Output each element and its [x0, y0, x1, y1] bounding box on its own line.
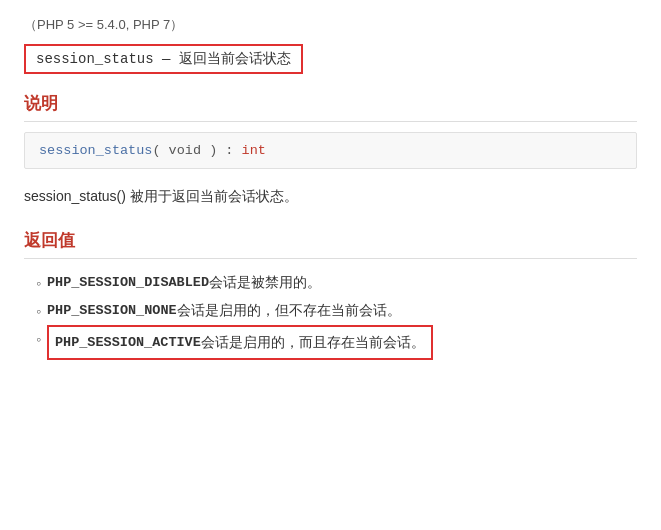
return-values-heading: 返回值 — [24, 229, 637, 259]
const-active: PHP_SESSION_ACTIVE — [55, 329, 201, 356]
list-item: PHP_SESSION_NONE 会话是启用的，但不存在当前会话。 — [34, 297, 637, 325]
function-title-box: session_status — 返回当前会话状态 — [24, 44, 303, 74]
const-none: PHP_SESSION_NONE — [47, 297, 177, 324]
desc-active: 会话是启用的，而且存在当前会话。 — [201, 329, 425, 356]
return-type: int — [242, 143, 266, 158]
func-name: session_status — [39, 143, 152, 158]
function-title: session_status — 返回当前会话状态 — [36, 51, 291, 67]
description-text: session_status() 被用于返回当前会话状态。 — [24, 185, 637, 209]
page-wrapper: （PHP 5 >= 5.4.0, PHP 7） session_status —… — [0, 0, 661, 530]
func-params: ( void ) — [152, 143, 217, 158]
desc-disabled: 会话是被禁用的。 — [209, 269, 321, 296]
const-disabled: PHP_SESSION_DISABLED — [47, 269, 209, 296]
highlight-box: PHP_SESSION_ACTIVE 会话是启用的，而且存在当前会话。 — [47, 325, 433, 360]
return-list: PHP_SESSION_DISABLED 会话是被禁用的。 PHP_SESSIO… — [24, 269, 637, 360]
description-heading: 说明 — [24, 92, 637, 122]
return-values-section: 返回值 PHP_SESSION_DISABLED 会话是被禁用的。 PHP_SE… — [24, 229, 637, 360]
desc-none: 会话是启用的，但不存在当前会话。 — [177, 297, 401, 324]
code-signature: session_status( void ) : int — [24, 132, 637, 169]
list-item-active: PHP_SESSION_ACTIVE 会话是启用的，而且存在当前会话。 — [34, 325, 637, 360]
description-section: 说明 session_status( void ) : int session_… — [24, 92, 637, 209]
list-item: PHP_SESSION_DISABLED 会话是被禁用的。 — [34, 269, 637, 297]
top-hint: （PHP 5 >= 5.4.0, PHP 7） — [24, 16, 637, 34]
func-separator: : — [217, 143, 241, 158]
